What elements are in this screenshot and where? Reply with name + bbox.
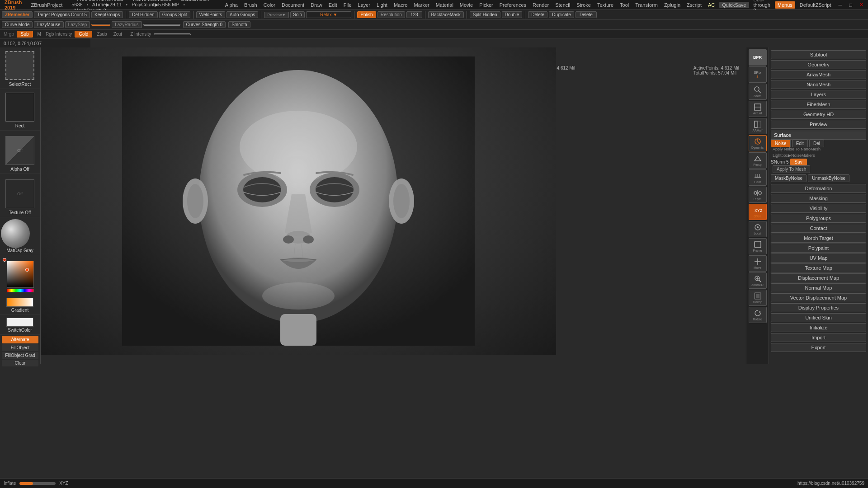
export-btn[interactable]: Export (771, 343, 866, 352)
edit-noise-btn[interactable]: Edit (792, 140, 808, 147)
main-canvas[interactable] (41, 47, 556, 355)
nanomesh-btn[interactable]: NanoMesh (771, 80, 866, 89)
splithidden-btn[interactable]: Split Hidden (470, 11, 500, 18)
color-picker-area[interactable] (0, 255, 40, 295)
initialize-btn[interactable]: Initialize (771, 323, 866, 332)
delhidden-btn[interactable]: Del Hidden (129, 11, 157, 18)
texturemap-btn[interactable]: Texture Map (771, 263, 866, 272)
menu-draw[interactable]: Draw (308, 1, 325, 9)
quicksave-btn[interactable]: QuickSave (719, 2, 749, 8)
dynamic-icon-btn[interactable]: Dynamic (749, 135, 767, 151)
menu-picker[interactable]: Picker (476, 1, 496, 9)
visibility-btn[interactable]: Visibility (771, 204, 866, 213)
curvemode-btn[interactable]: Curve Mode (2, 21, 33, 28)
layers-btn[interactable]: Layers (771, 90, 866, 99)
deformation-btn[interactable]: Deformation (771, 184, 866, 193)
suv-btn[interactable]: Suv (790, 159, 807, 165)
applytomesh-btn[interactable]: Apply To Mesh (771, 165, 866, 173)
gold-btn[interactable]: Gold (75, 31, 92, 38)
menu-marker[interactable]: Marker (411, 1, 432, 9)
fillobject-btn[interactable]: FillObject (2, 344, 38, 351)
backfacemask-btn[interactable]: BackfaceMask (428, 11, 464, 18)
morphtarget-btn[interactable]: Morph Target (771, 234, 866, 243)
geometryhd-btn[interactable]: Geometry HD (771, 110, 866, 119)
double-btn[interactable]: Double (502, 11, 523, 18)
spix-icon-btn[interactable]: SPix 3 (749, 66, 767, 83)
zoom3d-icon-btn[interactable]: Zoom3D (749, 272, 767, 289)
zremesher-btn[interactable]: ZRemesher (2, 11, 33, 18)
subtool-btn[interactable]: Subtool (771, 50, 866, 59)
surface-section[interactable]: Surface (771, 131, 866, 140)
menu-macro[interactable]: Macro (391, 1, 410, 9)
actual-icon-btn[interactable]: Actual (749, 101, 767, 117)
menu-stroke[interactable]: Stroke (574, 1, 594, 9)
lightbox-noisemakers[interactable]: Lightbox▶NoiseMakers (771, 152, 866, 159)
menu-color[interactable]: Color (261, 1, 278, 9)
unifiedskin-btn[interactable]: Unified Skin (771, 313, 866, 322)
sub-btn[interactable]: Sub (17, 31, 33, 38)
lazymouse-btn[interactable]: LazyMouse (34, 21, 63, 28)
fibermesh-btn[interactable]: FiberMesh (771, 100, 866, 109)
menu-zscript[interactable]: Zscript (684, 1, 704, 9)
smooth-btn[interactable]: Smooth (228, 21, 250, 28)
menu-movie[interactable]: Movie (457, 1, 476, 9)
alpha-off-btn[interactable]: Off Alpha Off (0, 131, 40, 174)
arraymesh-btn[interactable]: ArrayMesh (771, 70, 866, 79)
target-polygons-btn[interactable]: Target Polygons Count 5 (34, 11, 90, 18)
zintensity-slider[interactable] (154, 33, 191, 35)
alternate-btn[interactable]: Alternate (2, 336, 38, 343)
displacementmap-btn[interactable]: Displacement Map (771, 273, 866, 282)
menu-light[interactable]: Light (374, 1, 390, 9)
keepgroups-btn[interactable]: KeepGroups (91, 11, 123, 18)
lsym-icon-btn[interactable]: LSym (749, 187, 767, 203)
contact-btn[interactable]: Contact (771, 224, 866, 233)
close-btn[interactable]: ✕ (857, 1, 866, 9)
transp-icon-btn[interactable]: Transp (749, 290, 767, 306)
brush-slider[interactable] (19, 482, 56, 485)
geometry-btn[interactable]: Geometry (771, 60, 866, 69)
floor-icon-btn[interactable]: Floor (749, 169, 767, 186)
noise-btn[interactable]: Noise (771, 140, 791, 147)
gradient-btn[interactable]: Gradient (0, 295, 40, 315)
relax-btn[interactable]: Relax ▼ (306, 11, 351, 18)
autogroups-btn[interactable]: Auto Groups (226, 11, 258, 18)
displayproperties-btn[interactable]: Display Properties (771, 303, 866, 312)
unmaskbynoise-btn[interactable]: UnmaskByNoise (808, 174, 849, 182)
local-icon-btn[interactable]: Local (749, 221, 767, 237)
menu-preferences[interactable]: Preferences (497, 1, 529, 9)
lazystep-slider[interactable] (91, 24, 110, 26)
fillobjectgrad-btn[interactable]: FillObject Grad (2, 352, 38, 359)
menu-brush[interactable]: Brush (241, 1, 260, 9)
bpr-icon-btn[interactable]: BPR (749, 49, 767, 66)
rect-btn[interactable]: Rect (0, 89, 40, 131)
uvmap-btn[interactable]: UV Map (771, 253, 866, 263)
menu-layer[interactable]: Layer (355, 1, 373, 9)
menu-edit[interactable]: Edit (326, 1, 340, 9)
rotate-icon-btn[interactable]: Rotate (749, 307, 767, 323)
ac-btn[interactable]: AC (705, 1, 717, 9)
menu-zplugin[interactable]: Zplugin (661, 1, 683, 9)
lazyradius-slider[interactable] (143, 24, 180, 26)
delete-btn[interactable]: Delete (528, 11, 547, 18)
menu-document[interactable]: Document (279, 1, 307, 9)
zsub-label[interactable]: Zsub (95, 31, 108, 37)
curvesstrength-btn[interactable]: Curves Strength 0 (183, 21, 226, 28)
matcap-btn[interactable]: MatCap Gray (0, 217, 40, 255)
solo-btn[interactable]: Solo (290, 11, 305, 18)
import-btn[interactable]: Import (771, 333, 866, 342)
weldpoints-btn[interactable]: WeldPoints (196, 11, 225, 18)
menu-transform[interactable]: Transform (632, 1, 660, 9)
menu-render[interactable]: Render (530, 1, 552, 9)
selectrect-btn[interactable]: SelectRect (0, 47, 40, 89)
clear-btn[interactable]: Clear (2, 360, 38, 366)
normalmap-btn[interactable]: Normal Map (771, 283, 866, 292)
menu-stencil[interactable]: Stencil (552, 1, 573, 9)
persp-icon-btn[interactable]: Persp (749, 152, 767, 169)
polish-btn[interactable]: Polish (357, 11, 376, 18)
minimize-btn[interactable]: ─ (836, 1, 845, 9)
polypaint-btn[interactable]: Polypaint (771, 244, 866, 253)
vectordisplacementmap-btn[interactable]: Vector Displacement Map (771, 293, 866, 302)
qxyz-icon-btn[interactable]: XYZ QXyz (749, 204, 767, 220)
move-icon-btn[interactable]: Move (749, 255, 767, 272)
switchcolor-btn[interactable]: SwitchColor (0, 315, 40, 335)
